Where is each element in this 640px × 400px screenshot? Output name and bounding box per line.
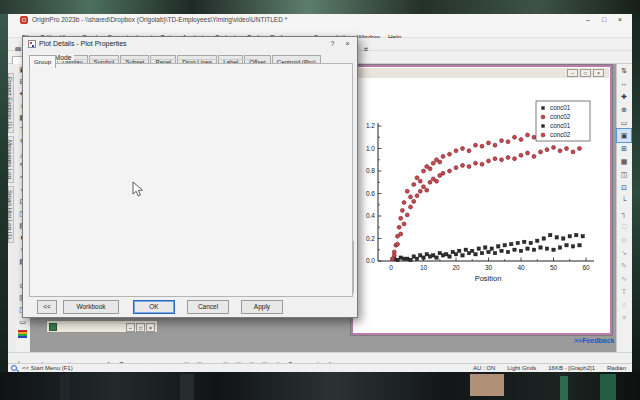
tool-icon[interactable]: ↔ [617, 77, 631, 90]
video-bg-block [470, 374, 504, 396]
graph-window-controls: –□× [567, 69, 604, 77]
tool-icon[interactable]: ⊞ [617, 142, 631, 155]
right-toolbar: ⇅↔✚⊕▭▣⊞▦◫⊡└┐□◇↘✎∿T○≡ [616, 64, 632, 352]
status-right: AU : ONLight Grids16KB - [Graph2]1Radian [473, 365, 626, 371]
plot-details-dialog: Plot Details - Plot Properties ? × Group… [22, 36, 358, 318]
tool-icon[interactable]: ↘ [617, 246, 631, 259]
bottom-toolbar: ╱▾↘▾✎▾∿▾▮▾□▾○▾✚▾T▾▭▾◇▾◔▾⌂▾⊞▾▦▾≡▾▤▾◫▾⊡▾▥▾… [8, 352, 632, 363]
svg-text:0.6: 0.6 [366, 190, 375, 197]
tool-icon[interactable]: └ [617, 194, 631, 207]
tool-icon[interactable]: ◫ [617, 168, 631, 181]
window-titlebar: O OriginPro 2023b - \\shared\Dropbox (Or… [8, 14, 632, 26]
svg-text:20: 20 [452, 264, 460, 271]
tool-icon[interactable]: ⊕ [617, 103, 631, 116]
feedback-link[interactable]: >>Feedback [574, 337, 614, 344]
tool-icon[interactable]: ┐ [617, 207, 631, 220]
tool-icon[interactable]: ▦ [617, 155, 631, 168]
tab-group[interactable]: Group [29, 55, 56, 68]
svg-text:conc02: conc02 [550, 113, 571, 120]
apply-button[interactable]: Apply [241, 300, 283, 314]
magnifier-handle [16, 369, 19, 372]
tool-icon[interactable]: ≡ [617, 311, 631, 324]
status-segment: Radian [607, 365, 626, 371]
graph-window[interactable]: –□× 01020304050600.00.20.40.60.81.01.2Po… [350, 64, 613, 336]
close-button[interactable]: × [612, 14, 628, 25]
video-bg-block [180, 374, 194, 400]
svg-text:40: 40 [517, 264, 525, 271]
tool-icon[interactable]: □ [617, 220, 631, 233]
svg-text:conc01: conc01 [550, 122, 571, 129]
dialog-tab-page [29, 63, 353, 297]
svg-text:30: 30 [485, 264, 493, 271]
status-segment: Light Grids [507, 365, 536, 371]
svg-text:60: 60 [582, 264, 590, 271]
origin-logo-icon: O [20, 16, 28, 24]
cancel-button[interactable]: Cancel [187, 300, 229, 314]
svg-text:0.0: 0.0 [366, 257, 375, 264]
palette-bar [18, 336, 27, 338]
tool-icon[interactable]: ∿ [617, 272, 631, 285]
worksheet-icon [49, 323, 57, 331]
svg-text:0.2: 0.2 [366, 235, 375, 242]
docked-tab-strip: Project Explorer (1)Messages LogSmart Hi… [8, 64, 16, 358]
svg-text:conc02: conc02 [550, 131, 571, 138]
graph-close-button[interactable]: × [593, 69, 604, 77]
graph-minimize-button[interactable]: – [567, 69, 578, 77]
svg-text:conc01: conc01 [550, 104, 571, 111]
svg-text:Position: Position [475, 274, 502, 283]
docked-tab-messages[interactable]: Messages Log [8, 136, 14, 183]
tool-icon[interactable]: ✎ [617, 259, 631, 272]
status-segment: 16KB - [Graph2]1 [548, 365, 595, 371]
maximize-button[interactable]: □ [596, 14, 612, 25]
minimized-window-bar[interactable]: –□× [46, 320, 158, 333]
tool-icon[interactable]: ○ [617, 298, 631, 311]
tool-icon[interactable]: T [617, 285, 631, 298]
collapse-button[interactable]: << [37, 300, 57, 314]
docked-tab-smart[interactable]: Smart Hint Log (1) [8, 186, 14, 243]
status-left-text: << Start Menu (F1) [22, 365, 73, 371]
workbook-button[interactable]: Workbook [63, 300, 119, 314]
dialog-close-button[interactable]: × [341, 38, 354, 49]
minibar-button[interactable]: □ [136, 323, 145, 332]
status-bar: << Start Menu (F1)AU : ONLight Grids16KB… [8, 363, 632, 372]
graph-restore-button[interactable]: □ [580, 69, 591, 77]
minibar-button[interactable]: – [126, 323, 135, 332]
window-controls: –□× [580, 14, 628, 25]
svg-text:10: 10 [420, 264, 428, 271]
minimized-window-controls: –□× [126, 323, 155, 332]
tool-icon[interactable]: ▣ [617, 129, 631, 142]
svg-text:0.4: 0.4 [366, 212, 375, 219]
ok-button[interactable]: OK [133, 300, 175, 314]
tool-icon[interactable]: ✚ [617, 90, 631, 103]
docked-tab-project[interactable]: Project Explorer (1) [8, 73, 14, 133]
video-bg-block [60, 374, 70, 400]
tool-icon[interactable]: ⇅ [617, 64, 631, 77]
dialog-icon [28, 40, 36, 48]
svg-text:1.0: 1.0 [366, 145, 375, 152]
svg-text:0.8: 0.8 [366, 167, 375, 174]
minibar-button[interactable]: × [146, 323, 155, 332]
tool-icon[interactable]: ⊡ [617, 181, 631, 194]
video-bg-block [0, 372, 640, 400]
dialog-help-button[interactable]: ? [326, 38, 339, 49]
color-palette-icon[interactable] [16, 328, 29, 340]
scatter-plot: 01020304050600.00.20.40.60.81.01.2Positi… [354, 78, 611, 324]
dialog-title: Plot Details - Plot Properties [39, 40, 127, 47]
video-bg-block [632, 14, 640, 372]
video-bg-block [560, 376, 568, 400]
svg-text:0: 0 [389, 264, 393, 271]
status-segment: AU : ON [473, 365, 495, 371]
video-bg-block [0, 0, 640, 14]
svg-text:1.2: 1.2 [366, 122, 375, 129]
tool-icon[interactable]: ▭ [617, 116, 631, 129]
minimize-button[interactable]: – [580, 14, 596, 25]
video-bg-block [600, 374, 616, 400]
window-title: OriginPro 2023b - \\shared\Dropbox (Orig… [32, 16, 287, 23]
tool-icon[interactable]: ◇ [617, 233, 631, 246]
svg-text:50: 50 [550, 264, 558, 271]
